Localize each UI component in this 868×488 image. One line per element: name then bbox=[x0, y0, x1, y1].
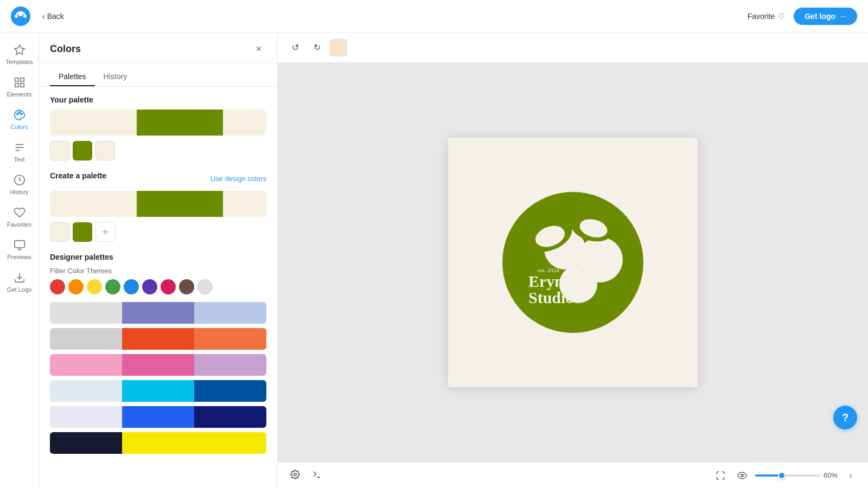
svg-point-8 bbox=[16, 113, 18, 115]
create-segment-light2[interactable] bbox=[223, 191, 266, 217]
elements-label: Elements bbox=[7, 91, 32, 98]
help-button[interactable]: ? bbox=[833, 406, 857, 429]
tabs-row: Palettes History bbox=[39, 63, 277, 87]
your-palette-swatches bbox=[50, 141, 266, 160]
filter-yellow[interactable] bbox=[87, 279, 102, 294]
redo-icon: ↻ bbox=[314, 42, 321, 53]
filter-orange[interactable] bbox=[68, 279, 84, 294]
svg-rect-5 bbox=[20, 78, 23, 81]
favorite-label: Favorite bbox=[748, 12, 775, 21]
designer-palette-5[interactable] bbox=[50, 432, 266, 454]
add-swatch-button[interactable]: + bbox=[95, 222, 115, 242]
chevron-right-button[interactable]: › bbox=[842, 467, 859, 484]
sidebar-item-previews[interactable]: Previews bbox=[2, 234, 37, 265]
tab-palettes-label: Palettes bbox=[59, 72, 86, 81]
sidebar-item-history[interactable]: History bbox=[2, 169, 37, 200]
tab-palettes[interactable]: Palettes bbox=[50, 68, 95, 86]
star-icon bbox=[13, 43, 26, 56]
palette-segment-green[interactable] bbox=[137, 110, 224, 136]
eye-icon-button[interactable] bbox=[733, 467, 751, 484]
designer-palette-3[interactable] bbox=[50, 380, 266, 402]
clock-icon bbox=[13, 174, 26, 187]
svg-text:Studio: Studio bbox=[528, 288, 573, 306]
download-icon bbox=[13, 271, 26, 284]
panel-content: Your palette Create a palette Use design… bbox=[39, 87, 277, 488]
palette-icon bbox=[13, 108, 26, 121]
sidebar-item-text[interactable]: Text bbox=[2, 137, 37, 167]
favorite-button[interactable]: Favorite ♡ bbox=[748, 12, 786, 21]
filter-gray[interactable] bbox=[197, 279, 213, 294]
settings-icon-button[interactable] bbox=[286, 467, 304, 484]
main-area: Templates Elements Colors bbox=[0, 33, 868, 488]
swatch-cream2[interactable] bbox=[95, 141, 115, 160]
designer-palette-0[interactable] bbox=[50, 302, 266, 324]
create-swatch-cream[interactable] bbox=[50, 222, 69, 242]
templates-label: Templates bbox=[5, 59, 33, 65]
create-palette-title: Create a palette bbox=[50, 171, 106, 180]
sidebar-item-favorites[interactable]: Favorites bbox=[2, 202, 37, 232]
sidebar-item-get-logo[interactable]: Get Logo bbox=[2, 267, 37, 297]
fullscreen-icon bbox=[716, 471, 725, 480]
zoom-thumb[interactable] bbox=[778, 472, 786, 479]
text-icon bbox=[13, 141, 26, 154]
topbar: ‹ Back Favorite ♡ Get logo → bbox=[0, 0, 868, 33]
get-logo-button[interactable]: Get logo → bbox=[794, 8, 857, 25]
create-palette-section: Create a palette Use design colors + bbox=[50, 171, 266, 242]
undo-icon: ↺ bbox=[292, 42, 299, 53]
designer-palette-1[interactable] bbox=[50, 328, 266, 350]
create-palette-swatches: + bbox=[50, 222, 266, 242]
bottom-right-controls: 60% › bbox=[712, 467, 859, 484]
filter-blue[interactable] bbox=[124, 279, 139, 294]
svg-point-3 bbox=[23, 15, 27, 18]
question-mark-icon: ? bbox=[842, 412, 848, 424]
designer-palettes-section: Designer palettes Filter Color Themes bbox=[50, 253, 266, 454]
filter-green[interactable] bbox=[105, 279, 120, 294]
palette-segment-light2[interactable] bbox=[223, 110, 266, 136]
text-label: Text bbox=[14, 156, 24, 163]
topbar-right: Favorite ♡ Get logo → bbox=[748, 8, 857, 25]
fullscreen-icon-button[interactable] bbox=[712, 467, 729, 484]
create-segment-light[interactable] bbox=[50, 191, 137, 217]
canvas-bottom: 60% › bbox=[278, 462, 868, 488]
filter-brown[interactable] bbox=[179, 279, 194, 294]
designer-palette-4[interactable] bbox=[50, 406, 266, 428]
heart-nav-icon bbox=[13, 206, 26, 219]
sidebar-nav: Templates Elements Colors bbox=[0, 33, 39, 488]
terminal-icon-button[interactable] bbox=[308, 467, 326, 484]
zoom-track[interactable] bbox=[755, 474, 820, 477]
redo-button[interactable]: ↻ bbox=[308, 39, 326, 56]
tab-history[interactable]: History bbox=[95, 68, 136, 86]
back-button[interactable]: ‹ Back bbox=[37, 9, 69, 24]
tab-history-label: History bbox=[104, 72, 127, 81]
create-segment-green[interactable] bbox=[137, 191, 224, 217]
get-logo-label: Get logo bbox=[805, 12, 835, 21]
sidebar-item-templates[interactable]: Templates bbox=[2, 39, 37, 69]
create-swatch-olive[interactable] bbox=[73, 222, 92, 242]
svg-text:Eryndra: Eryndra bbox=[528, 272, 588, 290]
canvas-main: est. 2024 Eryndra Studio ? bbox=[278, 63, 868, 462]
create-palette-bar[interactable] bbox=[50, 191, 266, 217]
svg-rect-4 bbox=[15, 78, 18, 81]
undo-button[interactable]: ↺ bbox=[286, 39, 304, 56]
designer-palette-2[interactable] bbox=[50, 354, 266, 376]
zoom-fill bbox=[755, 474, 781, 477]
filter-purple[interactable] bbox=[142, 279, 157, 294]
filter-red[interactable] bbox=[50, 279, 65, 294]
palette-segment-light[interactable] bbox=[50, 110, 137, 136]
filter-pink[interactable] bbox=[161, 279, 176, 294]
color-chip[interactable] bbox=[330, 39, 347, 56]
favorites-label: Favorites bbox=[7, 221, 31, 228]
swatch-cream[interactable] bbox=[50, 141, 69, 160]
svg-point-25 bbox=[294, 473, 297, 476]
use-design-colors-link[interactable]: Use design colors bbox=[210, 175, 266, 183]
panel-header: Colors × bbox=[39, 33, 277, 63]
history-label: History bbox=[10, 189, 28, 195]
swatch-olive[interactable] bbox=[73, 141, 92, 160]
sidebar-item-colors[interactable]: Colors bbox=[2, 104, 37, 134]
sidebar-item-elements[interactable]: Elements bbox=[2, 72, 37, 102]
your-palette-bar[interactable] bbox=[50, 110, 266, 136]
close-panel-button[interactable]: × bbox=[251, 41, 266, 56]
zoom-control: 60% bbox=[755, 471, 838, 479]
zoom-level-label: 60% bbox=[824, 471, 838, 479]
color-filter-dots bbox=[50, 279, 266, 294]
